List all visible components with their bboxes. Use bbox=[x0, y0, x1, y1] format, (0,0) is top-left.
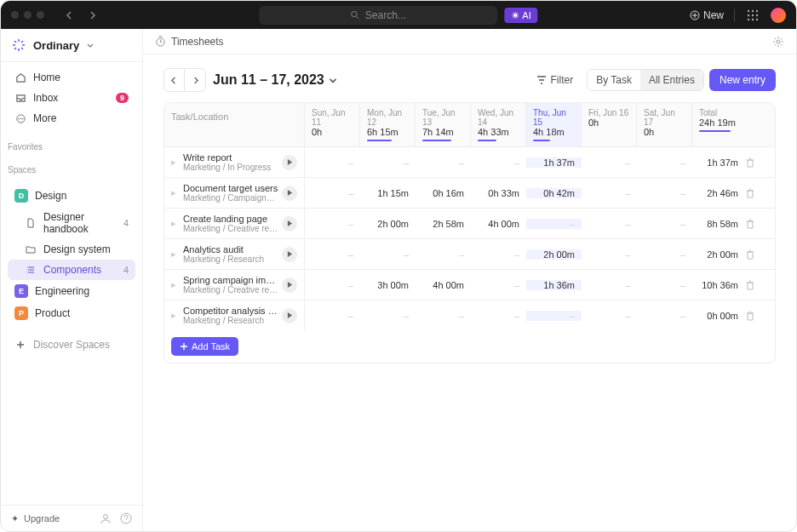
time-cell[interactable]: 4h 00m bbox=[471, 219, 526, 229]
sidebar-space-product[interactable]: PProduct bbox=[8, 302, 135, 324]
time-cell[interactable]: – bbox=[360, 311, 416, 321]
time-cell[interactable]: – bbox=[637, 249, 692, 260]
sidebar-item-home[interactable]: Home bbox=[8, 67, 135, 88]
sidebar-item-label: Inbox bbox=[33, 92, 109, 104]
play-button[interactable] bbox=[282, 308, 297, 323]
sidebar-item-designer-handbook[interactable]: Designer handbook4 bbox=[8, 207, 135, 239]
expand-caret[interactable]: ▸ bbox=[171, 187, 180, 198]
inbox-icon bbox=[14, 92, 26, 104]
search-input[interactable]: Search... bbox=[259, 6, 497, 25]
time-cell[interactable]: – bbox=[637, 280, 692, 290]
time-cell[interactable]: – bbox=[416, 249, 471, 260]
time-cell[interactable]: – bbox=[637, 157, 692, 168]
sidebar-item-more[interactable]: More bbox=[8, 108, 135, 129]
add-task-button[interactable]: Add Task bbox=[171, 337, 238, 356]
minimize-window[interactable] bbox=[24, 11, 32, 19]
time-cell[interactable]: – bbox=[582, 188, 637, 198]
time-cell[interactable]: – bbox=[637, 219, 692, 229]
sidebar-item-design-system[interactable]: Design system bbox=[8, 239, 135, 260]
time-cell[interactable]: 1h 37m bbox=[526, 157, 582, 168]
workspace-switcher[interactable]: Ordinary bbox=[1, 29, 142, 62]
next-week-button[interactable] bbox=[185, 69, 205, 91]
time-cell[interactable]: – bbox=[305, 311, 360, 321]
close-window[interactable] bbox=[11, 11, 19, 19]
time-cell[interactable]: – bbox=[526, 311, 582, 321]
time-cell[interactable]: – bbox=[637, 188, 692, 198]
delete-button[interactable] bbox=[742, 188, 759, 198]
time-cell[interactable]: 3h 00m bbox=[360, 280, 416, 290]
time-cell[interactable]: 1h 36m bbox=[526, 280, 582, 290]
play-button[interactable] bbox=[282, 155, 297, 170]
date-range-picker[interactable]: Jun 11 – 17, 2023 bbox=[213, 72, 338, 88]
time-cell[interactable]: – bbox=[526, 219, 582, 229]
time-cell[interactable]: – bbox=[471, 311, 526, 321]
time-cell[interactable]: 2h 00m bbox=[526, 249, 582, 260]
delete-button[interactable] bbox=[742, 249, 759, 260]
expand-caret[interactable]: ▸ bbox=[171, 279, 180, 290]
time-cell[interactable]: – bbox=[471, 249, 526, 260]
time-cell[interactable]: – bbox=[416, 157, 471, 168]
view-all-entries[interactable]: All Entries bbox=[640, 70, 703, 90]
time-cell[interactable]: – bbox=[360, 249, 416, 260]
delete-button[interactable] bbox=[742, 157, 759, 168]
expand-caret[interactable]: ▸ bbox=[171, 157, 180, 168]
time-cell[interactable]: – bbox=[305, 219, 360, 229]
delete-button[interactable] bbox=[742, 280, 759, 290]
time-cell[interactable]: – bbox=[582, 157, 637, 168]
ai-button[interactable]: AI bbox=[504, 8, 537, 23]
maximize-window[interactable] bbox=[37, 11, 44, 19]
new-button[interactable]: New bbox=[690, 9, 724, 21]
user-avatar[interactable] bbox=[771, 8, 786, 23]
upgrade-button[interactable]: ✦ Upgrade bbox=[11, 513, 60, 524]
sidebar-space-engineering[interactable]: EEngineering bbox=[8, 280, 135, 302]
play-button[interactable] bbox=[282, 247, 297, 262]
time-cell[interactable]: 0h 42m bbox=[526, 188, 582, 198]
time-cell[interactable]: – bbox=[582, 280, 637, 290]
time-cell[interactable]: 4h 00m bbox=[416, 280, 471, 290]
play-button[interactable] bbox=[282, 216, 297, 232]
prev-week-button[interactable] bbox=[164, 69, 185, 91]
svg-point-2 bbox=[513, 14, 517, 17]
time-cell[interactable]: – bbox=[305, 249, 360, 260]
time-cell[interactable]: 1h 15m bbox=[360, 188, 416, 198]
nav-forward[interactable] bbox=[83, 7, 100, 24]
delete-button[interactable] bbox=[742, 219, 759, 229]
time-cell[interactable]: – bbox=[360, 157, 416, 168]
play-button[interactable] bbox=[282, 186, 297, 201]
invite-icon[interactable] bbox=[100, 512, 112, 524]
task-location: Marketing / Research bbox=[183, 316, 278, 325]
time-cell[interactable]: – bbox=[471, 280, 526, 290]
time-cell[interactable]: – bbox=[582, 249, 637, 260]
discover-label: Discover Spaces bbox=[33, 339, 129, 351]
expand-caret[interactable]: ▸ bbox=[171, 310, 180, 321]
sidebar-item-inbox[interactable]: Inbox9 bbox=[8, 88, 135, 108]
time-cell[interactable]: – bbox=[637, 311, 692, 321]
time-cell[interactable]: 2h 58m bbox=[416, 219, 471, 229]
play-button[interactable] bbox=[282, 277, 297, 293]
discover-spaces[interactable]: Discover Spaces bbox=[8, 335, 135, 355]
time-cell[interactable]: – bbox=[305, 280, 360, 290]
new-entry-button[interactable]: New entry bbox=[709, 69, 776, 91]
time-cell[interactable]: 0h 16m bbox=[416, 188, 471, 198]
settings-button[interactable] bbox=[772, 36, 784, 48]
time-cell[interactable]: 0h 33m bbox=[471, 188, 526, 198]
time-cell[interactable]: 2h 00m bbox=[360, 219, 416, 229]
view-by-task[interactable]: By Task bbox=[588, 70, 640, 90]
time-cell[interactable]: – bbox=[416, 311, 471, 321]
expand-caret[interactable]: ▸ bbox=[171, 218, 180, 229]
expand-caret[interactable]: ▸ bbox=[171, 249, 180, 260]
row-total: 10h 36m bbox=[692, 280, 742, 290]
delete-button[interactable] bbox=[742, 311, 759, 321]
nav-back[interactable] bbox=[61, 7, 78, 24]
svg-point-14 bbox=[18, 117, 19, 118]
time-cell[interactable]: – bbox=[471, 157, 526, 168]
time-cell[interactable]: – bbox=[305, 157, 360, 168]
filter-button[interactable]: Filter bbox=[528, 70, 582, 90]
apps-icon[interactable] bbox=[745, 8, 760, 23]
time-cell[interactable]: – bbox=[582, 311, 637, 321]
help-icon[interactable] bbox=[120, 512, 132, 524]
time-cell[interactable]: – bbox=[305, 188, 360, 198]
sidebar-space-design[interactable]: DDesign bbox=[8, 185, 135, 207]
sidebar-item-components[interactable]: Components4 bbox=[8, 260, 135, 280]
time-cell[interactable]: – bbox=[582, 219, 637, 229]
